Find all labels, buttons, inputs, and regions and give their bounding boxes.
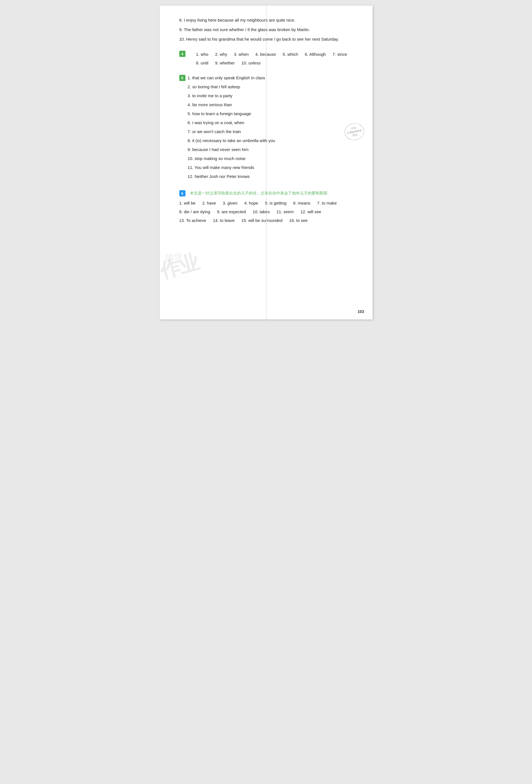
page: 8. I enjoy living here because all my ne… xyxy=(160,6,372,319)
center-line xyxy=(266,6,267,319)
section4-row1: 1. who 2. why 3. when 4. because 5. whic… xyxy=(196,51,347,58)
badge-4: 4 xyxy=(179,51,186,57)
s5-item-5: 5. how to learn a foreign language xyxy=(188,110,275,117)
s5-item-2: 2. so boring that I fell asleep xyxy=(188,84,275,90)
s5-item-1: 1. that we can only speak English in cla… xyxy=(188,75,275,81)
badge-5: 5 xyxy=(179,75,186,81)
watermark2: 辅导 xyxy=(165,251,183,264)
s5-item-9: 9. because I had never seen him xyxy=(188,146,275,153)
s5-item-3: 3. to invite me to a party xyxy=(188,92,275,99)
s5-item-7: 7. or we won't catch the train xyxy=(188,128,275,135)
badge-6: 6 xyxy=(179,190,186,196)
watermark: 作业 xyxy=(157,249,201,285)
section6-desc: 本文是一封父亲写给新出生的儿子的信，父亲在信中表达了他对儿子的爱和期望。 xyxy=(190,191,331,196)
s5-item-11: 11. You will make many new friends xyxy=(188,164,275,171)
s5-item-6: 6. I was trying on a coat, when xyxy=(188,119,275,126)
section5-answers: 1. that we can only speak English in cla… xyxy=(188,75,275,182)
section4-row2: 8. until 9. whether 10. unless xyxy=(196,59,347,67)
s5-item-12: 12. Neither Josh nor Peter knows xyxy=(188,173,275,180)
s5-item-4: 4. far more serious than xyxy=(188,102,275,108)
page-number: 103 xyxy=(358,309,364,314)
s5-item-10: 10. stop making so much noise xyxy=(188,155,275,162)
s5-item-8: 8. it (is) necessary to take an umbrella… xyxy=(188,137,275,144)
